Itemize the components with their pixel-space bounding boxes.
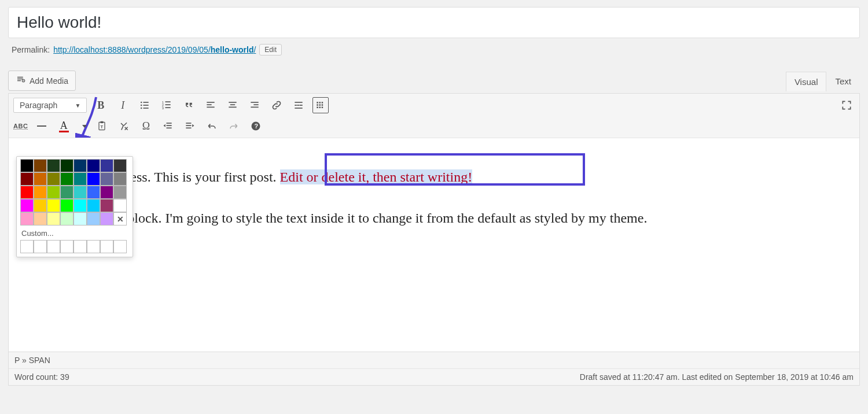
custom-color-slot[interactable]: [20, 240, 34, 253]
color-swatch[interactable]: [87, 159, 100, 172]
custom-color-slot[interactable]: [87, 240, 100, 253]
align-right-button[interactable]: [247, 97, 263, 113]
redo-button[interactable]: [226, 118, 242, 134]
content-paragraph-2[interactable]: This is a paragraph block. I'm going to …: [18, 208, 850, 228]
color-swatch[interactable]: [34, 212, 47, 226]
blockquote-button[interactable]: [181, 97, 197, 113]
content-paragraph-1[interactable]: Welcome to WordPress. This is your first…: [18, 167, 850, 187]
svg-rect-44: [186, 123, 192, 124]
bullet-list-button[interactable]: [137, 97, 153, 113]
help-button[interactable]: ?: [248, 118, 264, 134]
color-swatch[interactable]: [73, 212, 87, 226]
text-color-dropdown[interactable]: [78, 118, 88, 134]
color-swatch[interactable]: [60, 212, 73, 226]
color-swatch[interactable]: [20, 186, 34, 199]
svg-rect-43: [167, 128, 172, 129]
color-swatch[interactable]: [113, 199, 127, 212]
color-swatch[interactable]: [47, 212, 60, 226]
color-swatch[interactable]: [20, 159, 34, 172]
custom-color-label[interactable]: Custom...: [20, 226, 129, 240]
color-swatch[interactable]: [100, 212, 113, 226]
tab-text[interactable]: Text: [826, 71, 860, 91]
permalink-url-prefix: http://localhost:8888/wordpress/2019/09/…: [53, 45, 211, 54]
outdent-button[interactable]: [160, 118, 176, 134]
svg-rect-23: [295, 102, 303, 103]
save-status: Draft saved at 11:20:47 am. Last edited …: [580, 372, 854, 382]
bold-button[interactable]: B: [93, 97, 109, 113]
color-swatch[interactable]: [87, 186, 100, 199]
color-swatch[interactable]: [47, 199, 60, 212]
editor-content[interactable]: Welcome to WordPress. This is your first…: [9, 138, 859, 352]
permalink-edit-button[interactable]: Edit: [259, 44, 282, 56]
media-icon: [16, 75, 26, 87]
align-left-button[interactable]: [203, 97, 219, 113]
color-swatch[interactable]: [113, 159, 127, 172]
color-swatch[interactable]: [87, 199, 100, 212]
content-text: block. I'm going to style the text insid…: [124, 210, 647, 226]
color-swatch[interactable]: [73, 186, 87, 199]
strikethrough-button[interactable]: ABC: [13, 118, 28, 134]
add-media-button[interactable]: Add Media: [8, 71, 76, 91]
color-swatch[interactable]: [60, 172, 73, 186]
color-swatch[interactable]: [100, 186, 113, 199]
color-swatch[interactable]: [87, 172, 100, 186]
custom-color-slot[interactable]: [47, 240, 60, 253]
link-button[interactable]: [269, 97, 285, 113]
no-color-swatch[interactable]: ✕: [113, 212, 127, 226]
custom-color-slot[interactable]: [73, 240, 87, 253]
color-swatch[interactable]: [20, 212, 34, 226]
undo-button[interactable]: [204, 118, 220, 134]
svg-rect-37: [322, 107, 323, 109]
color-swatch[interactable]: [60, 199, 73, 212]
numbered-list-button[interactable]: 123: [159, 97, 175, 113]
color-swatch[interactable]: [34, 172, 47, 186]
permalink-url[interactable]: http://localhost:8888/wordpress/2019/09/…: [53, 45, 256, 54]
text-color-button[interactable]: A: [56, 118, 72, 134]
color-swatch[interactable]: [47, 186, 60, 199]
toolbar-toggle-button[interactable]: [312, 97, 329, 113]
color-swatch[interactable]: [100, 199, 113, 212]
color-swatch[interactable]: [87, 212, 100, 226]
horizontal-line-button[interactable]: [34, 118, 50, 134]
format-select[interactable]: Paragraph ▼: [13, 98, 87, 113]
svg-rect-17: [229, 102, 237, 103]
svg-rect-11: [165, 104, 171, 105]
color-swatch[interactable]: [60, 159, 73, 172]
color-swatch[interactable]: [47, 172, 60, 186]
color-swatch[interactable]: [20, 172, 34, 186]
align-center-button[interactable]: [225, 97, 241, 113]
svg-rect-30: [319, 102, 321, 104]
indent-button[interactable]: [182, 118, 198, 134]
color-swatch[interactable]: [34, 159, 47, 172]
paste-text-button[interactable]: T: [94, 118, 110, 134]
svg-rect-39: [101, 121, 104, 123]
content-text: Press. This is your first post.: [118, 169, 280, 184]
svg-rect-5: [144, 105, 149, 106]
post-title-input[interactable]: [8, 7, 860, 38]
color-swatch[interactable]: [34, 199, 47, 212]
color-swatch[interactable]: [113, 186, 127, 199]
color-swatch[interactable]: [20, 199, 34, 212]
clear-formatting-button[interactable]: [116, 118, 132, 134]
read-more-button[interactable]: [290, 97, 307, 113]
color-swatch[interactable]: [100, 159, 113, 172]
color-swatch[interactable]: [73, 199, 87, 212]
tab-visual[interactable]: Visual: [786, 72, 827, 91]
permalink-slug: hello-world: [211, 45, 254, 54]
custom-color-slot[interactable]: [113, 240, 127, 253]
color-swatch[interactable]: [34, 186, 47, 199]
color-swatch[interactable]: [60, 186, 73, 199]
custom-color-slot[interactable]: [34, 240, 47, 253]
italic-button[interactable]: I: [115, 97, 131, 113]
custom-color-slot[interactable]: [60, 240, 73, 253]
color-swatch[interactable]: [47, 159, 60, 172]
fullscreen-button[interactable]: [838, 97, 855, 113]
color-swatch[interactable]: [100, 172, 113, 186]
element-path: P » SPAN: [9, 352, 859, 369]
color-swatch[interactable]: [113, 172, 127, 186]
svg-rect-20: [251, 102, 259, 103]
special-character-button[interactable]: Ω: [138, 118, 154, 134]
color-swatch[interactable]: [73, 172, 87, 186]
color-swatch[interactable]: [73, 159, 87, 172]
custom-color-slot[interactable]: [100, 240, 113, 253]
